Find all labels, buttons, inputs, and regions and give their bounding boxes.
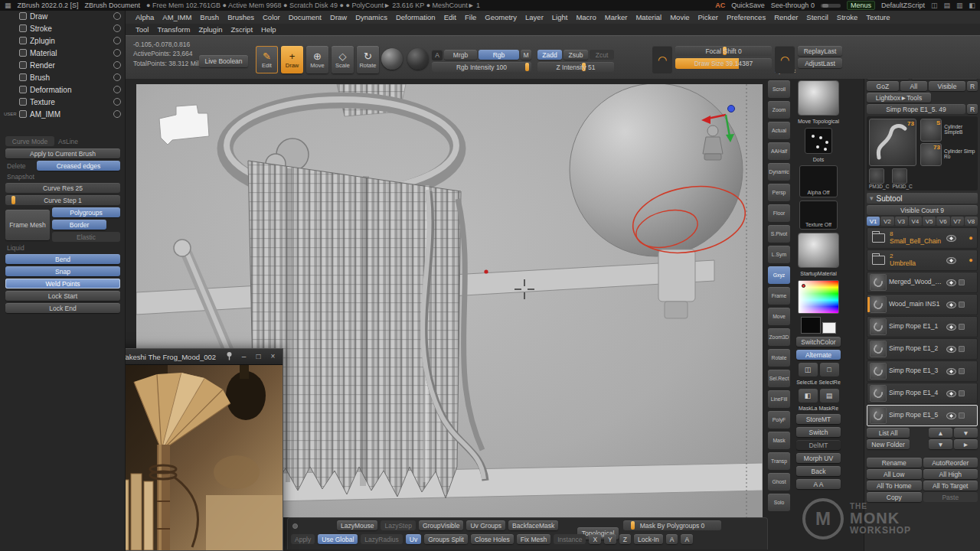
shelf-button[interactable]: Scroll: [768, 80, 790, 98]
palette-item[interactable]: USER AM_IMM: [0, 108, 125, 120]
polypaint-sphere-button[interactable]: [407, 48, 429, 70]
menu-item[interactable]: Texture: [862, 12, 893, 22]
menu-item[interactable]: File: [461, 12, 480, 22]
menu-item[interactable]: Edit: [440, 12, 460, 22]
mrgb-button[interactable]: Mrgb: [444, 50, 477, 60]
r-button[interactable]: R: [967, 104, 978, 114]
restore-circle-icon[interactable]: [113, 73, 121, 81]
folder-gear-icon[interactable]: ●: [967, 234, 975, 242]
palette-item[interactable]: Material: [0, 47, 125, 59]
shelf-button[interactable]: Actual: [768, 122, 790, 139]
minimize-button[interactable]: –: [239, 353, 249, 360]
move-to-folder-button[interactable]: ▼: [929, 439, 952, 449]
goz-all-button[interactable]: All: [900, 81, 927, 91]
zsub-button[interactable]: Zsub: [564, 50, 588, 60]
brush-option-button[interactable]: BackfaceMask: [508, 520, 558, 530]
back-button[interactable]: Back: [796, 466, 841, 476]
lock-start-button[interactable]: Lock Start: [5, 291, 120, 301]
restore-circle-icon[interactable]: [113, 49, 121, 57]
tool-thumbnail[interactable]: 73: [920, 143, 942, 166]
goz-visible-button[interactable]: Visible: [929, 81, 965, 91]
close-button[interactable]: ×: [268, 353, 278, 360]
draw-button[interactable]: + Draw: [281, 46, 303, 73]
frame-mesh-button[interactable]: Frame Mesh: [5, 210, 50, 240]
restore-circle-icon[interactable]: [113, 24, 121, 32]
all-to-home-button[interactable]: All To Home: [867, 481, 922, 491]
brush-option-button[interactable]: Close Holes: [471, 534, 514, 544]
shelf-button[interactable]: Sel.Rect: [768, 370, 790, 387]
move-down-button[interactable]: ▼: [954, 428, 978, 438]
layout-cols-icon[interactable]: ▥: [956, 2, 963, 9]
alternate-button[interactable]: Alternate: [796, 350, 841, 360]
select-rect-button[interactable]: □: [820, 363, 839, 377]
restore-circle-icon[interactable]: [113, 110, 121, 118]
lock-end-button[interactable]: Lock End: [5, 303, 120, 313]
menu-item[interactable]: Alpha: [132, 12, 158, 22]
subtool-item[interactable]: Simp Rope E1_4 ●: [867, 383, 978, 404]
bend-button[interactable]: Bend: [5, 254, 120, 264]
brush-option-button[interactable]: Use Global: [318, 534, 358, 544]
brush-widget-icon[interactable]: [959, 346, 965, 352]
sculptris-pro-button[interactable]: [381, 48, 403, 70]
switch-button[interactable]: Switch: [796, 427, 841, 437]
visibility-tab[interactable]: V6: [936, 217, 949, 226]
tool-thumbnail[interactable]: S: [920, 119, 942, 142]
shelf-button[interactable]: AAHalf: [768, 142, 790, 160]
stroke-curve-icon[interactable]: ◠: [652, 46, 672, 73]
paste-subtool-button[interactable]: Paste: [923, 492, 978, 502]
move-button[interactable]: ⊕ Move: [306, 46, 328, 73]
edit-button[interactable]: ✎ Edit: [256, 46, 278, 73]
menu-item[interactable]: Zscript: [227, 24, 257, 34]
all-high-button[interactable]: All High: [923, 469, 978, 479]
goz-r-button[interactable]: R: [967, 81, 978, 91]
brush-option-button[interactable]: Groups Split: [424, 534, 468, 544]
liquid-button[interactable]: Liquid: [5, 244, 120, 252]
border-button[interactable]: Border: [52, 220, 106, 230]
brush-widget-icon[interactable]: [959, 368, 965, 374]
subtool-item[interactable]: Simp Rope E1_5 ●: [867, 405, 978, 426]
mask-lasso-button[interactable]: ◧: [799, 389, 818, 403]
shelf-button[interactable]: Floor: [768, 204, 790, 222]
brush-option-button[interactable]: A: [666, 534, 678, 544]
store-mt-button[interactable]: StoreMT: [796, 414, 841, 424]
subtool-item[interactable]: Wood_main INS1 ●: [867, 294, 978, 315]
shelf-button[interactable]: L.Sym: [768, 246, 790, 263]
menu-item[interactable]: Transform: [153, 24, 194, 34]
alpha-slot[interactable]: Alpha Off: [799, 165, 838, 197]
brush-widget-icon[interactable]: [959, 324, 965, 330]
texture-slot[interactable]: Texture Off: [799, 201, 838, 230]
main-color-swatch[interactable]: [801, 317, 821, 334]
menu-item[interactable]: Tool: [132, 24, 152, 34]
zadd-button[interactable]: Zadd: [537, 50, 562, 60]
pin-icon[interactable]: [224, 351, 234, 362]
palette-item[interactable]: Texture: [0, 96, 125, 108]
menu-item[interactable]: Dynamics: [351, 12, 391, 22]
brush-option-button[interactable]: X: [589, 534, 601, 544]
visibility-tab[interactable]: V7: [951, 217, 964, 226]
subtool-item[interactable]: Simp Rope E1_1 ●: [867, 316, 978, 337]
anchor-button[interactable]: A: [432, 50, 443, 60]
snapshot-button[interactable]: Snapshot: [5, 173, 120, 181]
menu-item[interactable]: Draw: [326, 12, 351, 22]
brush-option-button[interactable]: Uv Groups: [466, 520, 505, 530]
brush-option-button[interactable]: LazyRadius: [361, 534, 402, 544]
shelf-button[interactable]: Gxyz: [768, 266, 790, 284]
rename-button[interactable]: Rename: [867, 458, 922, 468]
curve-mode-button[interactable]: Curve Mode: [5, 136, 54, 146]
curve-step-slider[interactable]: Curve Step 1: [5, 195, 120, 205]
apply-to-current-brush-button[interactable]: Apply to Current Brush: [5, 148, 120, 158]
brush-option-button[interactable]: Apply: [291, 534, 315, 544]
all-low-button[interactable]: All Low: [867, 469, 922, 479]
switch-color-button[interactable]: SwitchColor: [796, 337, 841, 347]
rgb-intensity-slider[interactable]: Rgb Intensity 100: [432, 62, 531, 72]
delete-button[interactable]: Delete: [5, 162, 34, 170]
secondary-color-swatch[interactable]: [822, 322, 836, 334]
shelf-button[interactable]: Ghost: [768, 473, 790, 491]
default-zscript-button[interactable]: DefaultZScript: [881, 2, 925, 9]
mask-by-polygroups-slider[interactable]: Mask By Polygroups 0: [623, 520, 721, 530]
brush-option-button[interactable]: LazyMouse: [337, 520, 377, 530]
menu-item[interactable]: Layer: [521, 12, 547, 22]
polygroups-button[interactable]: Polygroups: [52, 207, 120, 217]
shelf-button[interactable]: Persp: [768, 184, 790, 201]
folder-gear-icon[interactable]: ●: [967, 256, 975, 264]
